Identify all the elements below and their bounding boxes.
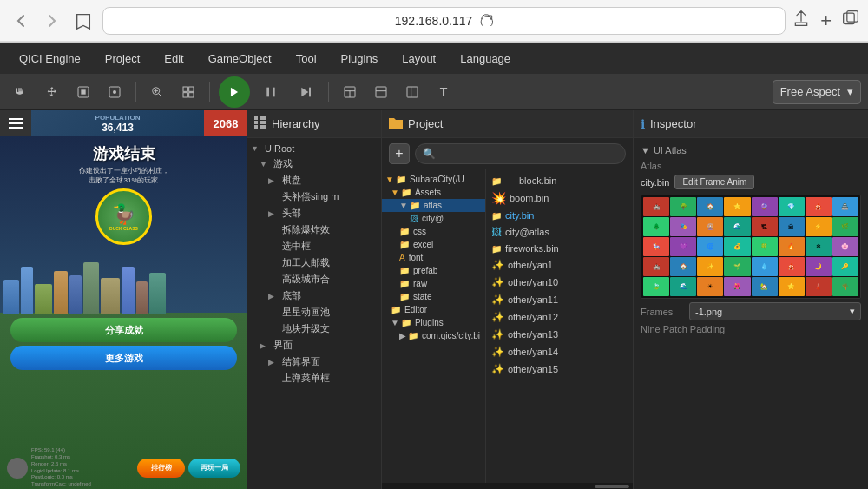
file-item-yan14[interactable]: ✨ other/yan14 bbox=[486, 343, 633, 360]
tree-item-block-upgrade[interactable]: ▶ 地块升级文 bbox=[247, 320, 381, 337]
atlas-field: Atlas bbox=[641, 161, 861, 171]
more-games-button[interactable]: 更多游戏 bbox=[10, 346, 237, 370]
svg-rect-3 bbox=[81, 89, 85, 94]
file-item-citybin[interactable]: 📁 city.bin bbox=[486, 208, 633, 223]
text-tool-button[interactable]: T bbox=[430, 78, 457, 106]
atlas-cell-32: 🔑 bbox=[832, 257, 858, 276]
scale-tool-button[interactable] bbox=[69, 78, 97, 106]
tree-item-head-bonus[interactable]: ▶ 头补偿sing m bbox=[247, 188, 381, 205]
menu-qici-engine[interactable]: QICI Engine bbox=[9, 49, 91, 69]
hierarchy-panel-header: Hierarchy bbox=[247, 110, 381, 138]
file-item-fireworksbin[interactable]: 📁 fireworks.bin bbox=[486, 241, 633, 256]
file-item-yan15[interactable]: ✨ other/yan15 bbox=[486, 360, 633, 378]
tree-item-city-at[interactable]: 🖼 city@ bbox=[382, 212, 485, 225]
add-tab-button[interactable]: + bbox=[820, 10, 832, 32]
file-item-yan12[interactable]: ✨ other/yan12 bbox=[486, 308, 633, 326]
play-button[interactable] bbox=[219, 76, 250, 108]
file-item-boombin[interactable]: 💥 boom.bin bbox=[486, 188, 633, 208]
tree-item-state[interactable]: 📁 state bbox=[382, 290, 485, 303]
project-body: ▼ 📁 SubaraCity(/U ▼ 📁 Assets ▼ 📁 atlas bbox=[382, 169, 633, 483]
file-item-cityatlas[interactable]: 🖼 city@atlas bbox=[486, 223, 633, 241]
capture-tool-button[interactable] bbox=[101, 78, 128, 106]
layout-btn-2[interactable] bbox=[367, 78, 395, 106]
tree-item-raw[interactable]: 📁 raw bbox=[382, 277, 485, 290]
tree-item-city-upgrade[interactable]: ▶ 高级城市合 bbox=[247, 271, 381, 287]
tree-item-popup-menu[interactable]: ▶ 上弹菜单框 bbox=[247, 370, 381, 387]
yan15-label: other/yan15 bbox=[508, 364, 558, 374]
tree-item-stars[interactable]: ▶ 星星动画池 bbox=[247, 304, 381, 320]
file-item-yan10[interactable]: ✨ other/yan10 bbox=[486, 274, 633, 291]
reload-button[interactable] bbox=[479, 12, 493, 30]
tree-item-editor[interactable]: 📁 Editor bbox=[382, 303, 485, 316]
tree-item-comqics[interactable]: ▶ 📁 com.qics/city.bi bbox=[382, 329, 485, 342]
layout-btn-1[interactable] bbox=[336, 78, 364, 106]
building-10 bbox=[149, 273, 166, 314]
tree-item-worker[interactable]: ▶ 加工人邮载 bbox=[247, 254, 381, 271]
tree-item-prefab[interactable]: 📁 prefab bbox=[382, 264, 485, 277]
game-menu-icon[interactable] bbox=[0, 110, 31, 136]
tree-item-font[interactable]: A font bbox=[382, 251, 485, 264]
free-aspect-select[interactable]: Free Aspect ▾ bbox=[773, 80, 861, 104]
atlas-cell-2: 🌳 bbox=[670, 197, 696, 216]
move-tool-button[interactable] bbox=[38, 78, 66, 106]
project-scrollbar[interactable] bbox=[382, 483, 633, 489]
back-button[interactable] bbox=[9, 9, 33, 33]
menu-language[interactable]: Language bbox=[450, 49, 521, 69]
comqics-label: com.qics/city.bi bbox=[422, 331, 482, 340]
share-button[interactable] bbox=[792, 9, 810, 32]
game-panel: POPULATION 36,413 2068 游戏结束 你建设出了一座小巧的村庄… bbox=[0, 110, 247, 489]
edit-frame-anim-button[interactable]: Edit Frame Anim bbox=[674, 175, 754, 189]
tree-item-head[interactable]: ▶ 头部 bbox=[247, 205, 381, 221]
tree-item-explode[interactable]: ▶ 拆除爆炸效 bbox=[247, 221, 381, 238]
game-top-bar: POPULATION 36,413 2068 bbox=[0, 110, 247, 136]
settle-label: 结算界面 bbox=[282, 355, 378, 368]
toolbar: T Free Aspect ▾ bbox=[0, 74, 868, 110]
zoom-tool-button[interactable] bbox=[143, 78, 171, 106]
menu-plugins[interactable]: Plugins bbox=[331, 49, 389, 69]
tree-item-assets[interactable]: ▼ 📁 Assets bbox=[382, 186, 485, 199]
tree-item-game[interactable]: ▼ 游戏 bbox=[247, 155, 381, 172]
file-item-yan1[interactable]: ✨ other/yan1 bbox=[486, 256, 633, 274]
project-add-button[interactable]: + bbox=[389, 143, 410, 164]
menu-project[interactable]: Project bbox=[95, 49, 150, 69]
tree-item-settle[interactable]: ▶ 结算界面 bbox=[247, 354, 381, 370]
replay-button[interactable]: 再玩一局 bbox=[188, 459, 240, 478]
city-upgrade-label: 高级城市合 bbox=[282, 273, 378, 286]
tree-item-board[interactable]: ▶ 棋盘 bbox=[247, 172, 381, 188]
file-item-yan11[interactable]: ✨ other/yan11 bbox=[486, 291, 633, 308]
file-item-yan13[interactable]: ✨ other/yan13 bbox=[486, 326, 633, 343]
ranking-button[interactable]: 排行榜 bbox=[137, 459, 185, 478]
menu-edit[interactable]: Edit bbox=[154, 49, 194, 69]
tabs-button[interactable] bbox=[842, 10, 859, 31]
menu-gameobject[interactable]: GameObject bbox=[198, 49, 282, 69]
share-achievement-button[interactable]: 分享成就 bbox=[10, 318, 237, 342]
tree-item-atlas-folder[interactable]: ▼ 📁 atlas bbox=[382, 199, 485, 212]
tree-item-plugins[interactable]: ▼ 📁 Plugins bbox=[382, 316, 485, 329]
layout-btn-3[interactable] bbox=[398, 78, 426, 106]
state-icon: 📁 bbox=[399, 292, 410, 301]
editor-label: Editor bbox=[404, 305, 482, 314]
file-item-blockbin[interactable]: 📁 — block.bin bbox=[486, 173, 633, 188]
tree-item-select[interactable]: ▶ 选中框 bbox=[247, 238, 381, 254]
svg-rect-7 bbox=[183, 87, 187, 91]
menu-layout[interactable]: Layout bbox=[391, 49, 446, 69]
city-at-icon: 🖼 bbox=[410, 214, 418, 223]
tree-item-subara[interactable]: ▼ 📁 SubaraCity(/U bbox=[382, 173, 485, 186]
tree-item-uiroot[interactable]: ▼ UIRoot bbox=[247, 142, 381, 155]
tree-item-excel[interactable]: 📁 excel bbox=[382, 238, 485, 251]
step-button[interactable] bbox=[290, 76, 321, 108]
hand-tool-button[interactable] bbox=[7, 78, 35, 106]
tree-item-bottom[interactable]: ▶ 底部 bbox=[247, 287, 381, 304]
inspector-panel: ℹ Inspector ▼ UI Atlas Atlas city.bin Ed… bbox=[634, 110, 868, 489]
bookmarks-button[interactable] bbox=[71, 9, 95, 33]
cityatlas-label: city@atlas bbox=[505, 227, 549, 237]
address-bar[interactable]: 192.168.0.117 bbox=[102, 7, 786, 35]
tree-item-ui[interactable]: ▶ 界面 bbox=[247, 337, 381, 354]
pause-button[interactable] bbox=[255, 76, 286, 108]
menu-tool[interactable]: Tool bbox=[286, 49, 327, 69]
project-search-bar[interactable]: 🔍 bbox=[415, 143, 626, 164]
tree-item-css[interactable]: 📁 css bbox=[382, 225, 485, 238]
grid-tool-button[interactable] bbox=[174, 78, 202, 106]
frames-select[interactable]: -1.png ▾ bbox=[689, 302, 861, 320]
forward-button[interactable] bbox=[40, 9, 64, 33]
